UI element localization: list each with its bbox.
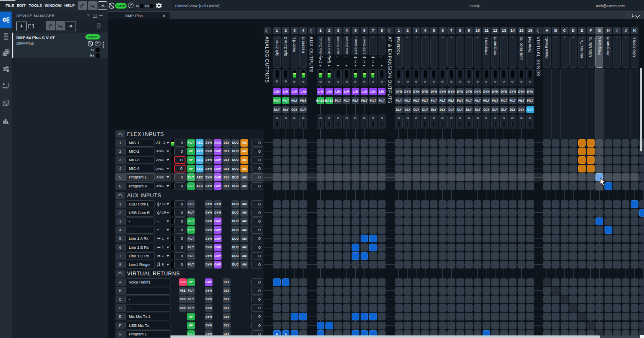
matrix-cell[interactable] [361,322,368,329]
matrix-cell[interactable] [465,200,473,208]
matrix-cell[interactable] [413,209,420,217]
output-block-dly[interactable]: DLY [483,106,490,114]
matrix-cell[interactable] [456,304,464,312]
matrix-cell[interactable] [299,148,307,155]
matrix-cell[interactable] [378,148,386,155]
menu-help[interactable]: HELP [64,3,75,8]
add-group-button[interactable] [27,21,36,30]
matrix-cell[interactable] [613,235,621,242]
matrix-cell[interactable] [299,209,307,217]
matrix-cell[interactable] [447,313,455,320]
input-block-dyn[interactable]: DYN [205,235,213,242]
matrix-cell[interactable] [595,296,603,303]
matrix-cell[interactable] [299,322,307,329]
output-col-header[interactable]: E [578,27,586,34]
input-block-fbs[interactable]: FBS [179,278,187,286]
matrix-cell[interactable] [595,313,603,320]
input-block-fbs[interactable]: FBS [179,296,187,303]
device-menu-dots[interactable] [103,42,104,48]
input-trim-value[interactable]: 0 [251,304,263,312]
matrix-cell[interactable] [291,139,298,147]
matrix-cell[interactable] [325,148,333,155]
input-block-cmp[interactable]: CMP [205,278,213,286]
crosspoint-active[interactable] [352,313,359,320]
matrix-cell[interactable] [317,148,325,155]
matrix-cell[interactable] [447,235,455,242]
matrix-cell[interactable] [334,217,342,225]
matrix-cell[interactable] [483,313,490,320]
matrix-cell[interactable] [569,235,577,242]
input-block-hp[interactable]: HP [187,148,195,155]
matrix-cell[interactable] [282,244,290,251]
matrix-cell[interactable] [613,200,621,208]
matrix-cell[interactable] [587,182,595,190]
matrix-cell[interactable] [552,252,559,260]
output-col-header[interactable]: 3 [334,27,342,34]
matrix-cell-partial[interactable] [639,226,644,234]
input-type-caret[interactable] [167,212,169,214]
matrix-cell[interactable] [552,139,559,147]
matrix-cell[interactable] [561,287,568,295]
collapse-group-button[interactable] [308,27,316,34]
input-block-hp[interactable]: HP [187,322,195,329]
matrix-cell[interactable] [430,261,438,269]
input-block-dyn[interactable]: DYN [205,139,213,147]
matrix-cell[interactable] [483,139,490,147]
output-block-filt[interactable]: FILT [483,97,490,105]
matrix-cell[interactable] [631,139,638,147]
matrix-cell[interactable] [613,296,621,303]
matrix-cell[interactable] [369,304,377,312]
output-block-filt[interactable]: FILT [447,97,455,105]
matrix-cell[interactable] [378,322,386,329]
matrix-cell[interactable] [430,304,438,312]
output-col-header[interactable]: 12 [491,27,499,34]
matrix-cell[interactable] [605,296,612,303]
matrix-cell[interactable] [369,209,377,217]
matrix-cell[interactable] [413,148,420,155]
matrix-cell[interactable] [361,217,368,225]
matrix-cell[interactable] [491,139,499,147]
matrix-cell[interactable] [317,304,325,312]
matrix-cell[interactable] [343,313,351,320]
matrix-cell[interactable] [369,296,377,303]
matrix-cell[interactable] [334,226,342,234]
matrix-cell[interactable] [395,209,403,217]
output-col-header[interactable]: 13 [500,27,508,34]
input-block-am[interactable]: AM [240,244,248,251]
output-col-header[interactable]: 1 [273,27,281,34]
page-selector-caret-icon[interactable] [635,13,640,18]
matrix-cell[interactable] [500,165,508,172]
crosspoint-active[interactable] [605,226,612,234]
matrix-cell[interactable] [299,244,307,251]
matrix-cell[interactable] [578,226,586,234]
matrix-cell[interactable] [518,217,526,225]
matrix-cell[interactable] [273,139,281,147]
output-io-caret[interactable] [328,65,330,66]
collapse-section-button[interactable] [115,130,125,139]
matrix-cell[interactable] [526,226,534,234]
matrix-cell[interactable] [395,313,403,320]
matrix-cell[interactable] [421,278,429,286]
matrix-cell[interactable] [447,148,455,155]
input-block-hp[interactable]: HP [187,278,195,286]
matrix-cell[interactable] [447,226,455,234]
output-block-dyn[interactable]: DYN [474,88,482,96]
matrix-cell[interactable] [447,296,455,303]
matrix-cell[interactable] [413,261,420,269]
matrix-cell[interactable] [282,217,290,225]
matrix-cell[interactable] [613,182,621,190]
menu-edit[interactable]: EDIT [17,3,26,8]
crosspoint-active[interactable] [273,278,281,286]
matrix-cell[interactable] [578,296,586,303]
output-block-dyn[interactable]: DYN [483,88,490,96]
matrix-cell[interactable] [500,322,508,329]
matrix-cell[interactable] [299,139,307,147]
matrix-cell[interactable] [291,235,298,242]
matrix-cell[interactable] [352,235,359,242]
input-block-dly[interactable]: DLY [223,182,231,190]
matrix-cell[interactable] [465,287,473,295]
input-block-cmp[interactable]: CMP [214,244,222,251]
matrix-cell[interactable] [343,261,351,269]
matrix-cell[interactable] [509,261,516,269]
output-block-dyn[interactable]: DYN [509,88,516,96]
